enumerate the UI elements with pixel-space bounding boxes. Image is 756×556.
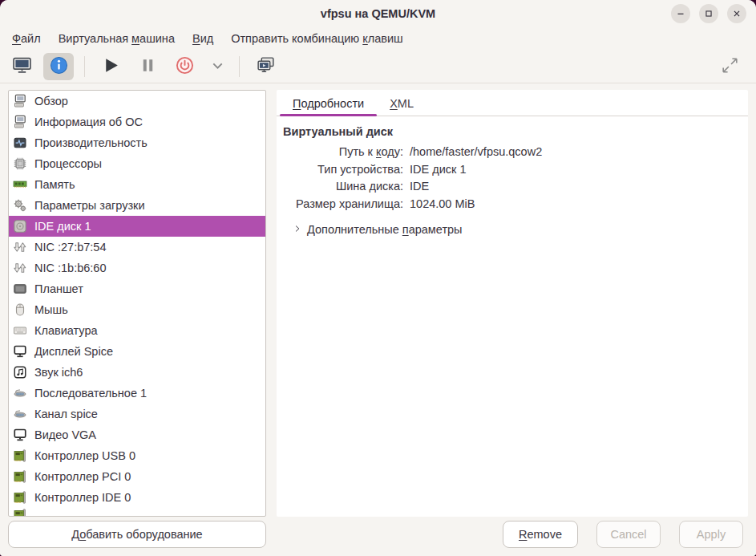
label-pre: Дополнительные [307,223,402,236]
controller-card-icon [13,469,27,484]
fullscreen-button[interactable] [714,53,745,80]
minimize-icon[interactable] [671,4,690,23]
sidebar-item-label: Контроллер USB 0 [34,449,135,462]
advanced-options-expander[interactable]: Дополнительные параметры [293,223,742,236]
sidebar-item-display-spice[interactable]: Дисплей Spice [9,341,265,362]
menu-view[interactable]: Вид [184,30,222,47]
sidebar-item-label: Контроллер IDE 0 [34,491,131,504]
label-post: ML [398,97,414,110]
maximize-icon[interactable] [699,4,718,23]
sidebar-item-video-vga[interactable]: Видео VGA [9,424,265,445]
expand-icon [720,55,740,78]
sidebar-item-label: Информация об ОС [34,116,143,128]
display-icon [13,344,27,359]
run-button[interactable] [95,53,126,80]
shutdown-icon [175,55,195,78]
remove-button[interactable]: Remove [503,521,578,548]
label-key: Ф [12,32,21,45]
label-post: айл [21,32,41,45]
sidebar-item-label: Дисплей Spice [34,345,113,358]
sidebar-item-nic-1bb660[interactable]: NIC :1b:b6:60 [9,258,265,278]
toolbar-separator [84,56,85,77]
sidebar-item-serial-1[interactable]: Последовательное 1 [9,383,265,404]
expander-label: Дополнительные параметры [307,223,463,236]
sidebar-item-mouse[interactable]: Мышь [9,299,265,320]
field-value-device-type: IDE диск 1 [410,163,742,176]
virtual-displays-button[interactable] [250,53,281,80]
label-post: одробности [301,97,364,110]
chevron-right-icon [293,223,302,236]
sidebar-item-controller-usb-0[interactable]: Контроллер USB 0 [9,445,265,466]
pause-icon [138,55,158,78]
disk-icon [13,219,27,233]
disk-details: Виртуальный диск Путь к коду: /home/fast… [277,116,748,245]
sidebar-item-label: Обзор [34,95,68,108]
field-value-source-path: /home/faster/vfpsu.qcow2 [410,145,742,158]
sidebar-item-boot-options[interactable]: Параметры загрузки [9,195,265,216]
vm-details-window: vfpsu на QEMU/KVM Файл Виртуальная машин… [0,0,756,556]
sidebar-item-controller-ide-0[interactable]: Контроллер IDE 0 [9,487,265,508]
vm-details-button[interactable] [43,53,74,80]
close-icon[interactable] [727,4,746,23]
label-pre: Виртуальная [59,32,131,45]
toolbar-separator [239,56,240,77]
sidebar-item-ide-disk-1[interactable]: IDE диск 1 [9,216,265,237]
label-key: м [131,32,139,45]
menu-virtual-machine[interactable]: Виртуальная машина [50,30,184,47]
label-pre: Отправить комбинацию [231,32,362,45]
sidebar-item-performance[interactable]: Производительность [9,132,265,153]
field-label-disk-bus: Шина диска: [283,180,403,193]
sidebar-item-label: Клавиатура [34,324,98,337]
sidebar-item-label: IDE диск 1 [34,220,91,233]
sidebar-item-partial[interactable] [9,508,265,517]
menu-file[interactable]: Файл [3,30,50,47]
label-key: п [402,223,409,236]
sidebar-item-tablet[interactable]: Планшет [9,278,265,299]
display-icon [13,428,27,442]
sidebar-item-nic-27b754[interactable]: NIC :27:b7:54 [9,237,265,258]
disk-fields: Путь к коду: /home/faster/vfpsu.qcow2 Ти… [283,145,742,210]
sidebar-item-os-info[interactable]: Информация об ОС [9,112,265,132]
field-value-disk-bus: IDE [410,180,742,193]
cancel-button[interactable]: Cancel [596,521,661,548]
add-hardware-button[interactable]: Добавить оборудование [8,521,266,548]
run-icon [101,55,121,78]
sidebar-item-label: NIC :1b:b6:60 [34,262,106,274]
label-key: В [192,32,200,45]
label-pre: Путь к [339,145,376,158]
sidebar-item-label: Планшет [34,282,83,295]
pause-button[interactable] [132,53,163,80]
sidebar-item-controller-pci-0[interactable]: Контроллер PCI 0 [9,466,265,487]
tabbar: Подробности XML [277,90,748,116]
controller-card-icon [13,490,27,505]
menu-send-key[interactable]: Отправить комбинацию клавиш [222,30,412,47]
sidebar-item-label: NIC :27:b7:54 [34,241,106,254]
main-area: Обзор Информация об ОС Производительност… [0,83,756,517]
sidebar-item-overview[interactable]: Обзор [9,91,265,112]
sidebar-item-memory[interactable]: Память [9,174,265,195]
label-key: о [79,528,86,541]
label-pre: Размер хранилища: [296,197,403,210]
label-key: X [390,97,398,110]
sidebar-item-sound-ich6[interactable]: Звук ich6 [9,362,265,383]
tab-xml[interactable]: XML [377,90,427,116]
sound-icon [13,365,27,379]
label-pre: Шина диска: [336,180,403,193]
apply-button[interactable]: Apply [679,521,743,548]
section-title: Виртуальный диск [283,125,742,138]
chevron-down-icon [208,55,228,78]
graphical-console-button[interactable] [6,53,37,80]
mouse-icon [13,302,27,317]
vm-details-info-icon [49,55,69,78]
sidebar-item-cpus[interactable]: Процессоры [9,153,265,174]
shutdown-button[interactable] [169,53,200,80]
sidebar-item-channel-spice[interactable]: Канал spice [9,404,265,424]
sidebar-item-label: Контроллер PCI 0 [34,470,131,483]
label-post: лавиш [368,32,403,45]
shutdown-menu-button[interactable] [206,53,228,80]
sidebar-item-keyboard[interactable]: Клавиатура [9,320,265,341]
sidebar-item-label: Производительность [34,136,148,149]
tab-details[interactable]: Подробности [280,90,377,116]
label-post: ашина [139,32,175,45]
controller-card-icon [13,448,27,463]
